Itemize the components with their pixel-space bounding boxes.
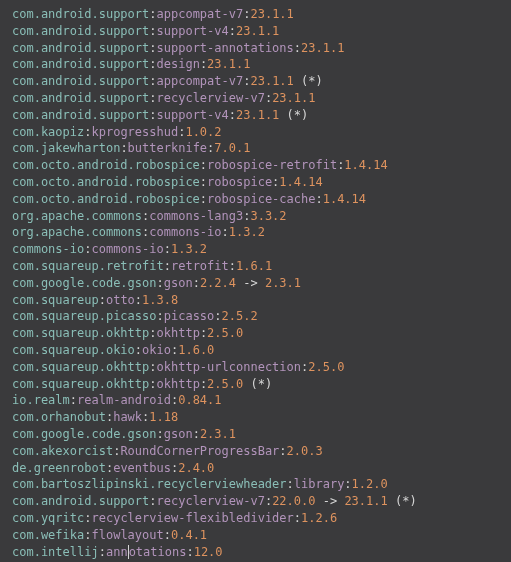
star-marker: * xyxy=(308,74,315,88)
package-name: com.android.support xyxy=(12,41,149,55)
artifact-name: robospice-retrofit xyxy=(207,158,337,172)
package-name: com.android.support xyxy=(12,108,149,122)
artifact-name: recyclerview-v7 xyxy=(157,494,265,508)
version-number: 1.4.14 xyxy=(279,175,322,189)
artifact-name: okio xyxy=(142,343,171,357)
dependency-line: com.google.code.gson:gson:2.2.4 -> 2.3.1 xyxy=(12,275,499,292)
package-name: io.realm xyxy=(12,393,70,407)
artifact-name: RoundCornerProgressBar xyxy=(120,444,279,458)
package-name: com.android.support xyxy=(12,57,149,71)
package-name: com.akexorcist xyxy=(12,444,113,458)
version-number: 2.4.0 xyxy=(178,461,214,475)
package-name: com.squareup.okhttp xyxy=(12,377,149,391)
version-number: 2.0.3 xyxy=(287,444,323,458)
package-name: com.android.support xyxy=(12,91,149,105)
package-name: org.apache.commons xyxy=(12,209,142,223)
artifact-name: flowlayout xyxy=(91,528,163,542)
version-number: 2.2.4 xyxy=(200,276,236,290)
version-number: 1.6.1 xyxy=(236,259,272,273)
dependency-line: com.android.support:support-annotations:… xyxy=(12,40,499,57)
version-number: 0.84.1 xyxy=(178,393,221,407)
dependency-line: com.squareup.okhttp:okhttp:2.5.0 (*) xyxy=(12,376,499,393)
version-number: 1.6.0 xyxy=(178,343,214,357)
artifact-name: support-v4 xyxy=(157,24,229,38)
artifact-name: recyclerview-v7 xyxy=(157,91,265,105)
package-name: com.android.support xyxy=(12,7,149,21)
dependency-line: com.intellij:annotations:12.0 xyxy=(12,544,499,561)
dependency-line: org.apache.commons:commons-lang3:3.3.2 xyxy=(12,208,499,225)
artifact-name: otto xyxy=(106,293,135,307)
package-name: com.squareup.picasso xyxy=(12,309,157,323)
dependency-line: io.realm:realm-android:0.84.1 xyxy=(12,392,499,409)
dependency-line: com.octo.android.robospice:robospice:1.4… xyxy=(12,174,499,191)
dependency-line: com.google.code.gson:gson:2.3.1 xyxy=(12,426,499,443)
dependency-line: com.android.support:support-v4:23.1.1 (*… xyxy=(12,107,499,124)
dependency-line: com.android.support:appcompat-v7:23.1.1 … xyxy=(12,73,499,90)
version-number: 23.1.1 xyxy=(207,57,250,71)
artifact-name: picasso xyxy=(164,309,215,323)
version-number: 2.5.2 xyxy=(222,309,258,323)
package-name: com.intellij xyxy=(12,545,99,559)
package-name: com.orhanobut xyxy=(12,410,106,424)
version-number: 2.5.0 xyxy=(308,360,344,374)
dependency-line: com.android.support:recyclerview-v7:22.0… xyxy=(12,493,499,510)
artifact-name: hawk xyxy=(113,410,142,424)
version-number: 7.0.1 xyxy=(214,141,250,155)
artifact-name: commons-io xyxy=(149,225,221,239)
dependency-line: com.squareup.okhttp:okhttp:2.5.0 xyxy=(12,325,499,342)
package-name: com.bartoszlipinski.recyclerviewheader xyxy=(12,477,287,491)
version-number: 23.1.1 xyxy=(272,91,315,105)
dependency-line: com.squareup.picasso:picasso:2.5.2 xyxy=(12,308,499,325)
package-name: com.google.code.gson xyxy=(12,427,157,441)
artifact-name: recyclerview-flexibledivider xyxy=(91,511,293,525)
dependency-line: com.android.support:recyclerview-v7:23.1… xyxy=(12,90,499,107)
package-name: com.kaopiz xyxy=(12,125,84,139)
artifact-name: kprogresshud xyxy=(91,125,178,139)
package-name: com.octo.android.robospice xyxy=(12,175,200,189)
package-name: commons-io xyxy=(12,242,84,256)
package-name: org.apache.commons xyxy=(12,225,142,239)
artifact-name: butterknife xyxy=(128,141,207,155)
dependency-list: com.android.support:appcompat-v7:23.1.1c… xyxy=(12,6,499,562)
artifact-name: appcompat-v7 xyxy=(157,74,244,88)
artifact-name: annotations xyxy=(106,545,186,559)
version-number: 23.1.1 xyxy=(250,74,293,88)
artifact-name: okhttp xyxy=(157,377,200,391)
package-name: com.android.support xyxy=(12,24,149,38)
version-number: 23.1.1 xyxy=(236,24,279,38)
version-number: 2.3.1 xyxy=(200,427,236,441)
version-number: 12.0 xyxy=(194,545,223,559)
version-number: 1.2.0 xyxy=(352,477,388,491)
artifact-name: okhttp xyxy=(157,326,200,340)
version-number: 1.4.14 xyxy=(344,158,387,172)
upgrade-version: 23.1.1 xyxy=(344,494,387,508)
version-number: 2.5.0 xyxy=(207,377,243,391)
dependency-line: com.android.support:appcompat-v7:23.1.1 xyxy=(12,6,499,23)
version-number: 1.2.6 xyxy=(301,511,337,525)
package-name: com.jakewharton xyxy=(12,141,120,155)
dependency-line: com.octo.android.robospice:robospice-ret… xyxy=(12,157,499,174)
arrow-icon: -> xyxy=(236,276,265,290)
dependency-line: com.orhanobut:hawk:1.18 xyxy=(12,409,499,426)
dependency-line: org.apache.commons:commons-io:1.3.2 xyxy=(12,224,499,241)
version-number: 23.1.1 xyxy=(301,41,344,55)
package-name: com.squareup xyxy=(12,293,99,307)
dependency-line: com.jakewharton:butterknife:7.0.1 xyxy=(12,140,499,157)
dependency-line: com.squareup.okhttp:okhttp-urlconnection… xyxy=(12,359,499,376)
artifact-name: support-annotations xyxy=(157,41,294,55)
dependency-line: com.android.support:support-v4:23.1.1 xyxy=(12,23,499,40)
dependency-line: com.kaopiz:kprogresshud:1.0.2 xyxy=(12,124,499,141)
package-name: com.squareup.okio xyxy=(12,343,135,357)
package-name: com.octo.android.robospice xyxy=(12,158,200,172)
package-name: com.yqritc xyxy=(12,511,84,525)
artifact-name: realm-android xyxy=(77,393,171,407)
version-number: 22.0.0 xyxy=(272,494,315,508)
artifact-name: robospice xyxy=(207,175,272,189)
package-name: com.squareup.retrofit xyxy=(12,259,164,273)
artifact-name: gson xyxy=(164,276,193,290)
package-name: com.wefika xyxy=(12,528,84,542)
dependency-line: com.squareup.retrofit:retrofit:1.6.1 xyxy=(12,258,499,275)
artifact-name: eventbus xyxy=(113,461,171,475)
version-number: 3.3.2 xyxy=(250,209,286,223)
package-name: de.greenrobot xyxy=(12,461,106,475)
